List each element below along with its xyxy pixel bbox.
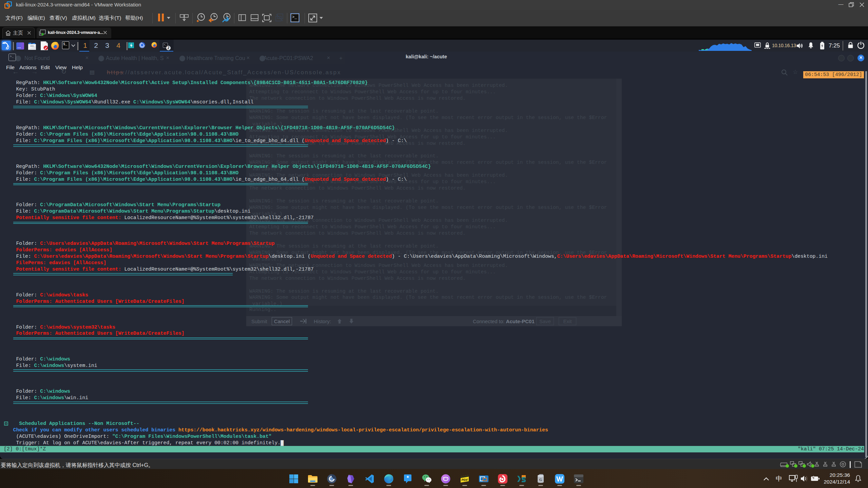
svg-text:*: *: [407, 475, 409, 481]
svg-text:G: G: [539, 477, 542, 482]
svg-text:PDF: PDF: [462, 478, 468, 482]
